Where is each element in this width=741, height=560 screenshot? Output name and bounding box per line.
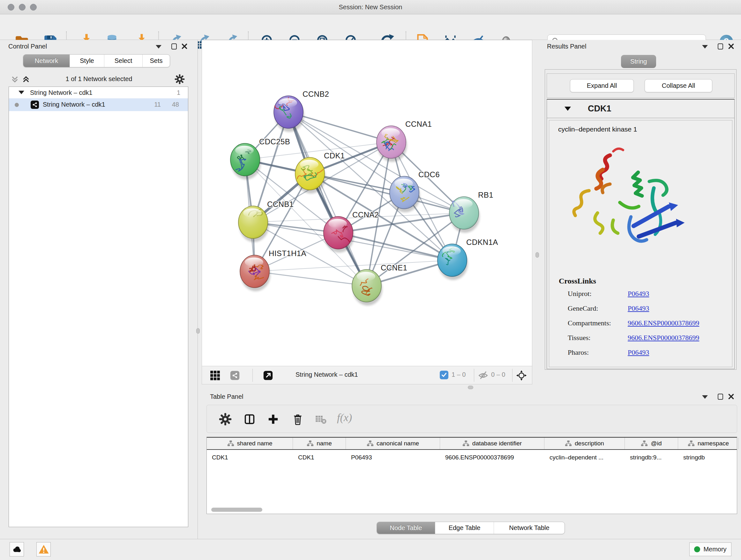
maximize-panel-icon[interactable] [172, 44, 177, 50]
cell-namespace[interactable]: stringdb [678, 451, 739, 464]
collapse-all-icon[interactable] [10, 75, 19, 84]
crosslink-link[interactable]: P06493 [628, 290, 649, 298]
gene-section-content: cyclin–dependent kinase 1 [549, 120, 732, 367]
tab-string[interactable]: String [621, 55, 656, 68]
column-type-icon [641, 440, 648, 447]
node-table: shared namenamecanonical namedatabase id… [206, 437, 737, 514]
column-header-shared-name[interactable]: shared name [207, 438, 293, 449]
network-view-toolbar: String Network – cdk1 1 – 0 0 – 0 [202, 366, 532, 384]
gene-section-header[interactable]: CDK1 [547, 100, 734, 118]
network-view: CCNB2 CCNA1 CDC25B CDK1 CDC6 RB1 CCNB1 [202, 40, 532, 384]
show-columns-icon[interactable] [243, 412, 257, 426]
warnings-icon[interactable] [37, 542, 51, 557]
column-header-description[interactable]: description [544, 438, 625, 449]
table-panel: Table Panel f(x) shared namenamecanonica… [202, 390, 741, 539]
node-label-CDC25B: CDC25B [259, 137, 290, 146]
maximize-panel-icon[interactable] [718, 44, 723, 50]
pan-target-icon[interactable] [515, 369, 528, 381]
crosslink-link[interactable]: 9606.ENSP00000378699 [628, 334, 699, 341]
table-header-row: shared namenamecanonical namedatabase id… [207, 437, 737, 450]
hidden-eye-icon[interactable] [477, 369, 489, 381]
left-splitter-handle[interactable] [196, 328, 200, 334]
tab-edge-table[interactable]: Edge Table [435, 522, 494, 534]
node-label-CDK1: CDK1 [324, 151, 345, 160]
table-toolbar: f(x) [206, 405, 737, 433]
cloud-icon[interactable] [10, 542, 24, 557]
float-panel-icon[interactable] [702, 395, 708, 399]
cell--id[interactable]: stringdb:9... [625, 451, 678, 464]
crosslink-label: Uniprot: [568, 290, 628, 298]
collapse-section-icon[interactable] [564, 107, 571, 111]
node-label-HIST1H1A: HIST1H1A [269, 249, 307, 258]
string-app-icon [30, 101, 39, 109]
column-type-icon [307, 440, 314, 447]
collapse-all-button[interactable]: Collapse All [645, 79, 712, 92]
grid-view-icon[interactable] [209, 369, 221, 381]
close-panel-icon[interactable] [181, 43, 188, 50]
table-options-gear-icon[interactable] [218, 412, 232, 426]
network-selection-status-row: 1 of 1 Network selected [0, 73, 198, 86]
collapse-collection-icon[interactable] [18, 91, 24, 94]
close-panel-icon[interactable] [728, 43, 734, 50]
add-column-icon[interactable] [266, 412, 280, 426]
right-splitter-handle[interactable] [536, 252, 539, 258]
birds-eye-view-icon[interactable] [229, 369, 241, 381]
table-tabs: Node TableEdge TableNetwork Table [377, 522, 565, 534]
cell-canonical-name[interactable]: P06493 [346, 451, 440, 464]
cell-database-identifier[interactable]: 9606.ENSP00000378699 [440, 451, 544, 464]
network-canvas[interactable]: CCNB2 CCNA1 CDC25B CDK1 CDC6 RB1 CCNB1 [202, 40, 532, 366]
hidden-node-edge-count: 0 – 0 [491, 371, 505, 378]
crosslinks-list: Uniprot:P06493GeneCard:P06493Compartment… [568, 290, 699, 363]
horizontal-splitter-handle[interactable] [468, 386, 473, 389]
maximize-panel-icon[interactable] [718, 394, 723, 400]
network-options-gear-icon[interactable] [175, 74, 185, 84]
delete-column-icon[interactable] [291, 412, 305, 426]
tab-select[interactable]: Select [104, 55, 142, 67]
cell-name[interactable]: CDK1 [293, 451, 346, 464]
node-label-CCNA1: CCNA1 [405, 120, 432, 128]
column-type-icon [227, 440, 234, 447]
column-header-database-identifier[interactable]: database identifier [440, 438, 544, 449]
tab-node-table[interactable]: Node Table [377, 522, 435, 534]
column-header-namespace[interactable]: namespace [678, 438, 739, 449]
function-builder-icon[interactable]: f(x) [337, 412, 352, 424]
column-header-name[interactable]: name [293, 438, 346, 449]
node-label-CDC6: CDC6 [418, 170, 440, 179]
protein-structure-image [559, 138, 700, 266]
cell-shared-name[interactable]: CDK1 [207, 451, 293, 464]
float-panel-icon[interactable] [156, 45, 161, 49]
gene-section-cdk1: CDK1 cyclin–dependent kinase 1 [547, 99, 735, 369]
tab-network[interactable]: Network [23, 55, 70, 67]
status-bar: Memory [0, 539, 741, 560]
network-edge-count: 48 [172, 101, 179, 108]
horizontal-scrollbar[interactable] [211, 508, 262, 512]
delete-table-icon[interactable] [314, 412, 328, 426]
collection-name: String Network – cdk1 [30, 89, 92, 97]
table-row[interactable]: CDK1CDK1P064939606.ENSP00000378699cyclin… [207, 451, 737, 464]
title-bar[interactable]: Session: New Session [0, 0, 741, 14]
tab-network-table[interactable]: Network Table [494, 522, 564, 534]
control-panel: Control Panel NetworkStyleSelectSets 1 o… [0, 40, 198, 539]
selected-checkbox-icon[interactable] [440, 371, 448, 379]
column-header-canonical-name[interactable]: canonical name [346, 438, 440, 449]
main-toolbar: ? [0, 14, 741, 40]
crosslink-link[interactable]: P06493 [628, 348, 649, 356]
open-in-new-window-icon[interactable] [262, 369, 274, 381]
cell-description[interactable]: cyclin–dependent ... [544, 451, 625, 464]
crosslink-link[interactable]: P06493 [628, 304, 649, 312]
crosslink-row-genecard-: GeneCard:P06493 [568, 304, 699, 319]
expand-all-icon[interactable] [22, 75, 30, 84]
tab-style[interactable]: Style [70, 55, 104, 67]
node-label-CDKN1A: CDKN1A [466, 238, 498, 246]
network-row-selected[interactable]: String Network – cdk1 11 48 [9, 98, 188, 111]
column-header--id[interactable]: @id [625, 438, 678, 449]
float-panel-icon[interactable] [702, 45, 708, 49]
expand-all-button[interactable]: Expand All [570, 79, 634, 92]
network-name: String Network – cdk1 [43, 101, 105, 108]
network-collection-row[interactable]: String Network – cdk1 1 [9, 87, 188, 98]
crosslink-link[interactable]: 9606.ENSP00000378699 [628, 319, 699, 327]
results-panel-title: Results Panel [547, 43, 586, 50]
tab-sets[interactable]: Sets [142, 55, 170, 67]
close-panel-icon[interactable] [728, 393, 734, 400]
memory-button[interactable]: Memory [689, 543, 731, 556]
